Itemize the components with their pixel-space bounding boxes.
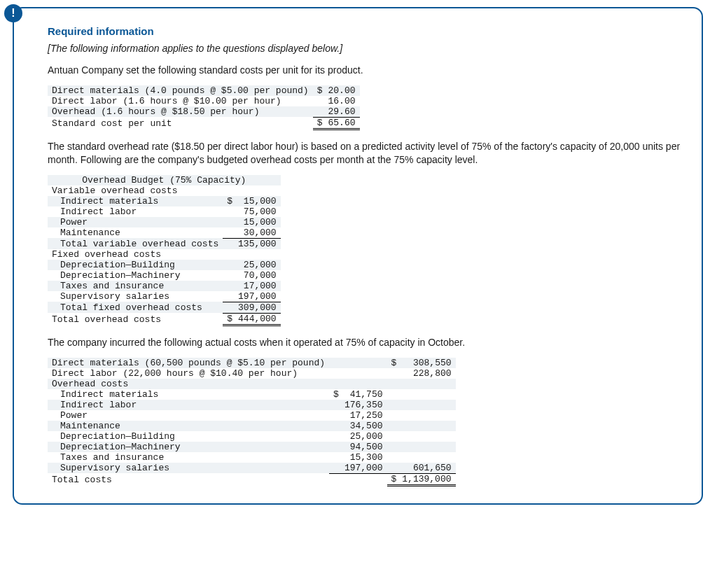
table-row: Direct materials (4.0 pounds @ $5.00 per… <box>48 85 360 96</box>
table-row: Taxes and insurance15,300 <box>48 452 456 463</box>
required-info-title: Required information <box>48 25 681 37</box>
table-row: Maintenance34,500 <box>48 421 456 431</box>
intro-paragraph: Antuan Company set the following standar… <box>48 64 681 77</box>
table-row: Total fixed overhead costs309,000 <box>48 302 281 313</box>
table-row: Supervisory salaries197,000 <box>48 291 281 302</box>
table-row: Depreciation—Machinery94,500 <box>48 442 456 452</box>
applies-note: [The following information applies to th… <box>48 43 681 54</box>
required-info-container: ! Required information [The following in… <box>7 7 703 505</box>
table-row: Indirect labor176,350 <box>48 400 456 410</box>
table-row: Direct labor (22,000 hours @ $10.40 per … <box>48 368 456 379</box>
table-row: Supervisory salaries 197,000 601,650 <box>48 463 456 474</box>
standard-cost-table: Direct materials (4.0 pounds @ $5.00 per… <box>48 85 360 130</box>
table-row: Indirect materials$41,750 <box>48 389 456 400</box>
info-panel: Required information [The following info… <box>13 7 703 505</box>
table-row: Total costs $ 1,139,000 <box>48 473 456 485</box>
table-row: Maintenance30,000 <box>48 227 281 239</box>
table-row: Indirect labor75,000 <box>48 206 281 217</box>
table-row: Standard cost per unit $ 65.60 <box>48 117 360 129</box>
table-row: Direct materials (60,500 pounds @ $5.10 … <box>48 358 456 368</box>
overhead-rate-paragraph: The standard overhead rate ($18.50 per d… <box>48 140 681 167</box>
actual-costs-paragraph: The company incurred the following actua… <box>48 336 681 349</box>
overhead-budget-table: Overhead Budget (75% Capacity) Variable … <box>48 175 281 326</box>
table-row: Depreciation—Machinery70,000 <box>48 270 281 281</box>
budget-header: Overhead Budget (75% Capacity) <box>48 175 281 186</box>
table-row: Total variable overhead costs135,000 <box>48 238 281 249</box>
table-row: Power15,000 <box>48 217 281 227</box>
table-row: Power17,250 <box>48 410 456 421</box>
table-row: Depreciation—Building25,000 <box>48 260 281 270</box>
table-row: Overhead (1.6 hours @ $18.50 per hour) 2… <box>48 106 360 118</box>
alert-icon: ! <box>4 4 22 22</box>
table-row: Direct labor (1.6 hours @ $10.00 per hou… <box>48 96 360 106</box>
actual-costs-table: Direct materials (60,500 pounds @ $5.10 … <box>48 358 456 486</box>
table-row: Taxes and insurance17,000 <box>48 281 281 291</box>
table-row: Depreciation—Building25,000 <box>48 431 456 442</box>
table-row: Indirect materials$15,000 <box>48 196 281 206</box>
table-row: Total overhead costs$444,000 <box>48 313 281 325</box>
